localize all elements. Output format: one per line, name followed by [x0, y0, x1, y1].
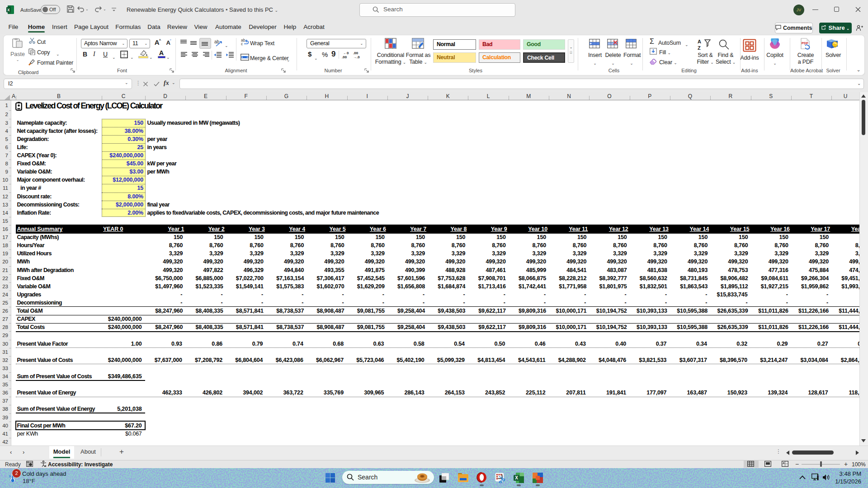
svg-text:A: A [698, 39, 701, 44]
svg-text:→.0: →.0 [353, 55, 360, 59]
svg-text:Z: Z [698, 45, 701, 51]
svg-text:PDF: PDF [802, 41, 808, 45]
svg-text:.00: .00 [342, 55, 347, 59]
svg-text:X: X [7, 7, 10, 12]
svg-text:X: X [515, 475, 518, 480]
